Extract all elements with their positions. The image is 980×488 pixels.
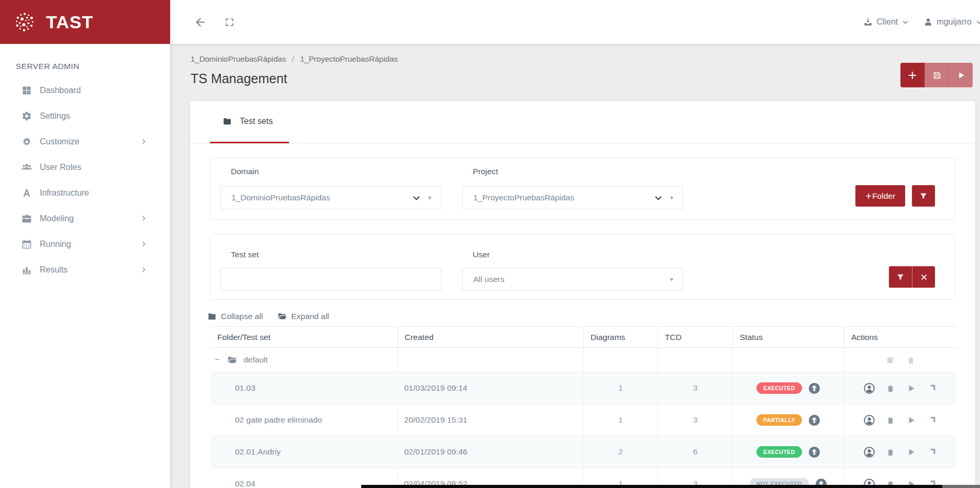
add-folder-button[interactable]: + Folder: [855, 185, 905, 207]
breadcrumb: 1_DominioPruebasRápidas / 1_ProyectoPrue…: [191, 54, 398, 63]
chevron-down-icon: [976, 19, 980, 26]
test-set-name[interactable]: 02 gate padre eliminado: [210, 404, 398, 436]
user-dropdown[interactable]: mguijarro: [923, 17, 980, 27]
sidebar-item-modeling[interactable]: Modeling: [0, 206, 170, 231]
breadcrumb-project[interactable]: 1_ProyectoPruebasRápidas: [300, 54, 398, 63]
filter-button[interactable]: [912, 185, 935, 207]
chevron-right-icon: [140, 138, 147, 145]
user-roles-icon: [21, 162, 32, 173]
sidebar-item-dashboard[interactable]: Dashboard: [0, 77, 170, 103]
client-label: Client: [876, 17, 898, 27]
folder-row: − default: [210, 348, 956, 372]
column-header[interactable]: Created: [398, 326, 584, 348]
plus-icon: +: [865, 190, 872, 202]
bottom-artifact-bar: [361, 485, 942, 488]
domain-label: Domain: [231, 167, 441, 176]
sidebar-item-label: Modeling: [40, 214, 74, 223]
add-button[interactable]: +: [900, 63, 925, 87]
sidebar-item-running[interactable]: Running: [0, 231, 170, 257]
delete-icon[interactable]: [886, 415, 895, 425]
tcd-count: 6: [658, 436, 733, 468]
header-action-buttons: +: [900, 63, 973, 87]
app-logo[interactable]: TAST: [0, 0, 170, 44]
results-chart-icon: [21, 265, 32, 275]
column-header[interactable]: Actions: [844, 333, 956, 342]
run-button[interactable]: [949, 63, 973, 87]
clear-filter-button[interactable]: [912, 266, 935, 288]
assign-user-icon[interactable]: [864, 415, 875, 426]
apply-filter-button[interactable]: [889, 266, 912, 288]
sidebar-item-label: Infrastructure: [40, 188, 89, 198]
delete-icon[interactable]: [886, 447, 895, 457]
copy-icon[interactable]: [927, 447, 937, 457]
tcd-count: 3: [658, 372, 733, 404]
folder-closed-icon: [207, 312, 217, 321]
modeling-briefcase-icon: [21, 213, 32, 224]
breadcrumb-domain[interactable]: 1_DominioPruebasRápidas: [191, 54, 286, 63]
user-select[interactable]: All users ▾: [462, 268, 683, 291]
delete-icon[interactable]: [886, 383, 895, 393]
domain-select-value: 1_DominioPruebasRápidas: [231, 193, 330, 202]
sidebar-item-infrastructure[interactable]: Infrastructure: [0, 180, 170, 206]
tree-controls: Collapse all Expand all: [207, 312, 329, 321]
column-header[interactable]: Status: [733, 326, 844, 348]
search-panel: Test set User All users ▾: [210, 234, 955, 300]
sidebar-item-label: Settings: [40, 111, 70, 121]
breadcrumb-separator: /: [292, 54, 294, 63]
run-icon[interactable]: [906, 415, 916, 425]
fullscreen-icon[interactable]: [225, 17, 235, 27]
test-set-name[interactable]: 02.01.Andriy: [210, 436, 398, 468]
collapse-all-link[interactable]: Collapse all: [207, 312, 263, 321]
test-set-input[interactable]: [220, 268, 441, 291]
column-header[interactable]: Folder/Test set: [210, 326, 398, 348]
tab-label: Test sets: [240, 117, 273, 126]
domain-select[interactable]: 1_DominioPruebasRápidas ▾: [220, 186, 441, 209]
sidebar-item-results[interactable]: Results: [0, 257, 170, 282]
test-sets-card: Test sets Domain 1_DominioPruebasRápidas…: [190, 101, 975, 488]
folder-open-icon: [277, 312, 287, 321]
upload-status-icon[interactable]: [808, 382, 820, 394]
expand-all-link[interactable]: Expand all: [277, 312, 329, 321]
status-badge: EXECUTED: [756, 382, 801, 394]
sidebar-item-settings[interactable]: Settings: [0, 103, 170, 129]
sidebar-item-label: Customize: [40, 137, 80, 146]
diagrams-count: 1: [584, 404, 658, 436]
folder-icon: [222, 117, 232, 126]
folder-name[interactable]: default: [243, 355, 268, 365]
back-arrow-icon[interactable]: [194, 16, 207, 29]
table-row: 01.03 01/03/2019 09:14 1 3 EXECUTED: [210, 372, 956, 404]
table-body: 01.03 01/03/2019 09:14 1 3 EXECUTED: [210, 372, 956, 488]
collapse-toggle[interactable]: −: [215, 355, 222, 365]
copy-icon[interactable]: [927, 415, 937, 425]
run-icon[interactable]: [906, 447, 916, 457]
test-set-name[interactable]: 01.03: [210, 372, 398, 404]
column-header[interactable]: Diagrams: [584, 326, 658, 348]
chevron-down-icon: [902, 19, 909, 26]
client-dropdown[interactable]: Client: [863, 17, 909, 27]
edit-icon[interactable]: [886, 355, 895, 365]
customize-cog-icon: [21, 137, 32, 147]
running-calendar-icon: [21, 239, 32, 249]
assign-user-icon[interactable]: [864, 447, 875, 458]
chevron-right-icon: [140, 215, 147, 222]
upload-status-icon[interactable]: [808, 414, 820, 426]
save-button[interactable]: [925, 63, 949, 87]
user-select-value: All users: [473, 275, 504, 284]
funnel-icon: [919, 192, 928, 200]
column-header[interactable]: TCD: [658, 326, 733, 348]
table-row: 02.01.Andriy 02/01/2019 09:46 2 6 EXECUT…: [210, 436, 956, 468]
copy-icon[interactable]: [927, 383, 937, 393]
tab-test-sets[interactable]: Test sets: [222, 117, 273, 126]
upload-status-icon[interactable]: [808, 446, 820, 458]
table-header: Folder/Test set Created Diagrams TCD Sta…: [210, 326, 956, 348]
sidebar-item-user-roles[interactable]: User Roles: [0, 154, 170, 180]
project-select[interactable]: 1_ProyectoPruebasRápidas ▾: [462, 186, 683, 209]
run-icon[interactable]: [906, 383, 916, 393]
sidebar-item-label: Dashboard: [40, 86, 81, 95]
tcd-count: 3: [658, 404, 733, 436]
assign-user-icon[interactable]: [864, 383, 875, 394]
delete-icon[interactable]: [906, 355, 916, 365]
sidebar-item-label: Results: [40, 265, 68, 275]
chevron-right-icon: [140, 241, 147, 247]
sidebar-item-customize[interactable]: Customize: [0, 129, 170, 154]
